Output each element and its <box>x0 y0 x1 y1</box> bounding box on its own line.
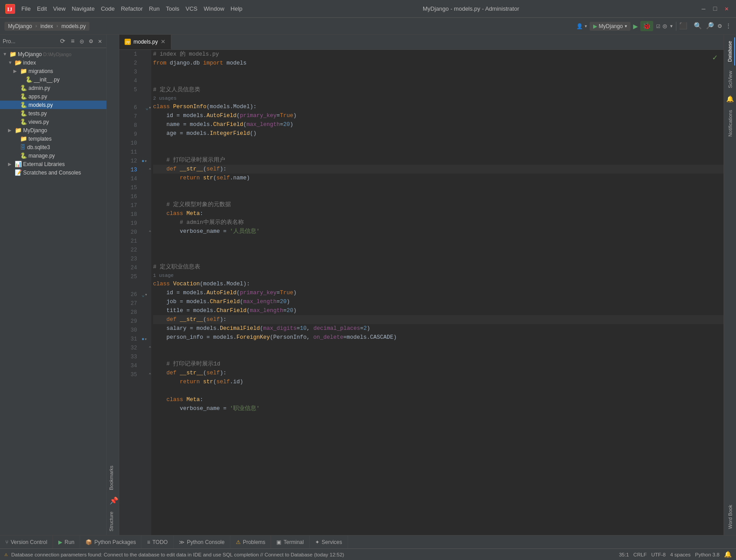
gutter: ⌄▾ ●▾ ⌃ ⌃ ⌄▾ <box>142 50 151 535</box>
find-button[interactable]: 🔎 <box>706 22 714 30</box>
folder-icon-templates: 📁 <box>20 135 27 142</box>
fn-str3: __str__ <box>180 369 203 377</box>
menu-refactor[interactable]: Refactor <box>121 5 143 12</box>
run-coverage-button[interactable]: ☑ <box>656 22 660 30</box>
tree-item-external-libs[interactable]: ▶ 📊 External Libraries <box>0 160 106 168</box>
profile-button[interactable]: ◎ <box>663 22 667 30</box>
menu-navigate[interactable]: Navigate <box>72 5 94 12</box>
notifications-icon[interactable]: 🔔 <box>724 93 736 105</box>
tree-item-manage[interactable]: ▶ 🐍 manage.py <box>0 151 106 160</box>
menu-vcs[interactable]: VCS <box>186 5 198 12</box>
cursor-position[interactable]: 35:1 <box>619 552 629 557</box>
tree-item-migrations[interactable]: ▶ 📁 migrations <box>0 67 106 75</box>
code-line-33 <box>153 351 724 360</box>
bottom-tab-vcs[interactable]: ⑂ Version Control <box>0 536 53 548</box>
menu-run[interactable]: Run <box>149 5 160 12</box>
hide-sidebar-button[interactable]: ✕ <box>97 37 104 46</box>
minimize-button[interactable]: — <box>700 5 708 13</box>
more-options-button[interactable]: ⋮ <box>725 22 732 30</box>
bottom-tab-todo[interactable]: ≡ TODO <box>142 536 173 548</box>
gutter-31: ⌃ <box>142 344 151 353</box>
language-version[interactable]: Python 3.8 <box>695 552 720 557</box>
structure-tab[interactable]: Structure <box>107 508 119 535</box>
code-editor[interactable]: 1 2 3 4 5 6 7 8 9 10 11 12 13 14 15 16 1… <box>119 50 724 535</box>
tab-close-button[interactable]: ✕ <box>161 38 166 45</box>
pypackages-icon: 📦 <box>85 539 92 545</box>
line-separator[interactable]: CRLF <box>633 552 647 557</box>
debug-breakpoint-icon[interactable]: ● <box>142 158 145 164</box>
notifications-tab[interactable]: Notifications <box>726 106 735 140</box>
menu-help[interactable]: Help <box>231 5 243 12</box>
synchronize-button[interactable]: ⟳ <box>58 37 67 46</box>
fold-icon-class1[interactable]: ⌄ <box>146 105 149 111</box>
fold-arrow2[interactable]: ▾ <box>145 292 147 297</box>
code-line-6: class PersonInfo(models.Model): <box>153 102 724 111</box>
indent-setting[interactable]: 4 spaces <box>670 552 691 557</box>
menu-view[interactable]: View <box>53 5 65 12</box>
debug-button[interactable]: 🐞 <box>640 21 653 31</box>
user-menu[interactable]: 👤 ▾ <box>576 23 587 29</box>
tree-item-models[interactable]: ▶ 🐍 models.py <box>0 101 106 109</box>
notifications-status-icon[interactable]: 🔔 <box>724 551 732 558</box>
gutter-35 <box>142 379 151 388</box>
fold-class2[interactable]: ⌄ <box>142 292 145 298</box>
menu-code[interactable]: Code <box>101 5 115 12</box>
code-line-19: # admin中展示的表名称 <box>153 218 724 227</box>
menu-window[interactable]: Window <box>204 5 224 12</box>
tree-item-mydjango-root[interactable]: ▼ 📁 MyDjango D:\MyDjango <box>0 50 106 58</box>
fold-method2[interactable]: ▾ <box>145 337 147 342</box>
bottom-tab-problems[interactable]: ⚠ Problems <box>231 536 271 548</box>
code-line-21 <box>153 236 724 245</box>
run-button[interactable]: ▶ <box>633 21 638 31</box>
tree-item-db[interactable]: ▶ 🗄 db.sqlite3 <box>0 143 106 151</box>
comment-17: # 定义模型对象的元数据 <box>153 200 231 209</box>
gutter-24 <box>142 264 151 272</box>
code-line-2: from django.db import models <box>153 59 724 68</box>
encoding[interactable]: UTF-8 <box>651 552 666 557</box>
database-tab[interactable]: Database <box>725 37 735 65</box>
bottom-tab-pyconsole[interactable]: ≫ Python Console <box>174 536 231 548</box>
tree-label-manage: manage.py <box>28 153 55 159</box>
maximize-button[interactable]: □ <box>711 5 719 13</box>
fold-method1[interactable]: ▾ <box>145 158 147 164</box>
tree-item-mydjango2[interactable]: ▶ 📁 MyDjango <box>0 126 106 134</box>
bottom-tab-run[interactable]: ▶ Run <box>53 536 80 548</box>
bookmarks-tab[interactable]: Bookmarks <box>107 462 119 494</box>
close-button[interactable]: ✕ <box>723 5 731 13</box>
collapse-all-button[interactable]: ≡ <box>69 37 76 46</box>
tree-item-tests[interactable]: ▶ 🐍 tests.py <box>0 109 106 118</box>
menu-edit[interactable]: Edit <box>37 5 47 12</box>
gutter-32 <box>142 353 151 361</box>
bottom-tab-pypackages[interactable]: 📦 Python Packages <box>80 536 142 548</box>
search-everywhere-button[interactable]: 🔍 <box>694 22 702 30</box>
tree-item-scratches[interactable]: ▶ 📝 Scratches and Consoles <box>0 168 106 177</box>
settings-button[interactable]: ⚙ <box>718 22 722 30</box>
gutter-28 <box>142 308 151 317</box>
menu-tools[interactable]: Tools <box>166 5 179 12</box>
line-num-23: 23 <box>121 255 137 264</box>
menu-file[interactable]: File <box>21 5 31 12</box>
locate-file-button[interactable]: ◎ <box>78 37 85 46</box>
sciview-tab[interactable]: SciView <box>726 67 735 92</box>
editor-tab-models[interactable]: py models.py ✕ <box>119 35 171 49</box>
usage-hint-1: 2 usages <box>153 94 177 103</box>
bottom-tab-terminal[interactable]: ▣ Terminal <box>271 536 309 548</box>
more-run-button[interactable]: ▾ <box>670 22 673 30</box>
tree-item-admin[interactable]: ▶ 🐍 admin.py <box>0 84 106 92</box>
bottom-tab-services[interactable]: ✦ Services <box>310 536 348 548</box>
project-selector[interactable]: MyDjango › index › models.py <box>4 22 89 31</box>
run-config-selector[interactable]: ▶ MyDjango ▾ <box>590 22 631 31</box>
settings-tree-button[interactable]: ⚙ <box>87 37 94 46</box>
tree-item-apps[interactable]: ▶ 🐍 apps.py <box>0 92 106 101</box>
tree-item-templates[interactable]: ▶ 📁 templates <box>0 134 106 143</box>
tree-item-views[interactable]: ▶ 🐍 views.py <box>0 118 106 126</box>
wordbook-tab[interactable]: Word Book <box>726 501 735 532</box>
debug-breakpoint2-icon[interactable]: ● <box>142 337 145 342</box>
bookmark-pin-icon[interactable]: 📌 <box>107 494 119 508</box>
tree-item-init[interactable]: ▶ 🐍 __init__.py <box>0 75 106 84</box>
stop-button[interactable]: ⬛ <box>679 22 687 30</box>
current-file-breadcrumb: models.py <box>61 23 86 29</box>
status-message[interactable]: Database connection parameters found: Co… <box>11 552 344 557</box>
code-content[interactable]: # index 的 models.py from django.db impor… <box>151 50 724 535</box>
tree-item-index[interactable]: ▼ 📂 index <box>0 58 106 67</box>
